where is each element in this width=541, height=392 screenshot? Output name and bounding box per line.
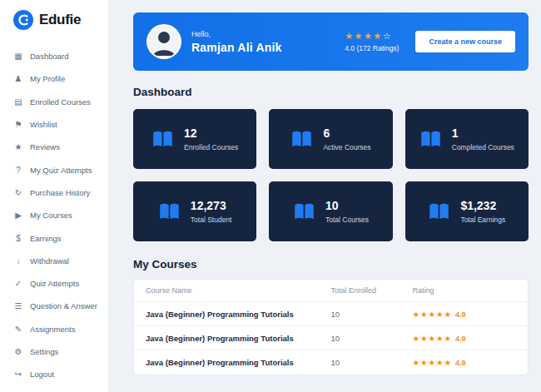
col-course-name: Course Name [146, 286, 331, 295]
stat-card-enrolled-courses: 12 Enrolled Courses [133, 109, 256, 169]
star-icon: ★ [13, 142, 23, 151]
sidebar-item-label: Reviews [30, 142, 60, 151]
sidebar-item-my-profile[interactable]: ♟ My Profile [13, 67, 102, 90]
stat-label: Active Courses [323, 143, 370, 151]
rating-score: 4.9 [455, 359, 466, 367]
sidebar-item-settings[interactable]: ⚙ Settings [13, 340, 102, 363]
stat-label: Total Student [191, 216, 232, 224]
sidebar-item-label: Enrolled Courses [30, 97, 91, 107]
sidebar-item-purchase-history[interactable]: ↻ Purchase History [13, 181, 102, 204]
col-total-enrolled: Total Enrolled [331, 286, 413, 295]
sidebar-item-question-answer[interactable]: ☰ Question & Answer [13, 295, 102, 317]
stat-label: Completed Courses [452, 143, 514, 151]
table-row[interactable]: Java (Beginner) Programming Tutorials 10… [134, 326, 528, 350]
welcome-banner: Hello, Ramjan Ali Anik ★★★★☆ 4.0 (172 Ra… [133, 12, 529, 71]
stat-card-completed-courses: 1 Completed Courses [405, 109, 529, 169]
user-icon: ♟ [13, 74, 23, 83]
avatar [146, 24, 181, 59]
sidebar-item-label: Logout [30, 370, 54, 379]
open-book-icon [428, 202, 450, 221]
sidebar-item-label: Assignments [30, 325, 75, 334]
course-name: Java (Beginner) Programming Tutorials [146, 310, 331, 319]
open-book-icon [158, 202, 181, 221]
course-enrolled: 10 [331, 358, 413, 367]
sidebar-item-label: Quiz Attempts [30, 279, 79, 288]
check-icon: ✓ [13, 279, 23, 288]
greeting-block: Hello, Ramjan Ali Anik [191, 30, 282, 54]
sidebar-item-wishlist[interactable]: ⚑ Wishlist [13, 113, 102, 136]
logout-icon: ↪ [13, 370, 23, 379]
sidebar-item-quiz-attempts[interactable]: ✓ Quiz Attempts [13, 272, 102, 295]
star-filled-icons: ★★★★★ [412, 334, 452, 343]
sidebar-item-label: My Courses [30, 211, 72, 220]
stat-value: 12,273 [191, 199, 232, 212]
instructor-rating: ★★★★☆ 4.0 (172 Ratings) [345, 32, 399, 52]
my-courses-title: My Courses [133, 258, 529, 270]
col-rating: Rating [412, 286, 516, 295]
course-rating: ★★★★★4.9 [412, 334, 516, 343]
greeting-text: Hello, [191, 30, 282, 38]
stat-card-total-earnings: $1,232 Total Earnings [405, 181, 529, 241]
sidebar-item-label: Dashboard [30, 52, 68, 61]
stat-value: 6 [323, 127, 370, 140]
sidebar-item-label: Settings [30, 347, 58, 356]
chat-icon: ☰ [13, 301, 23, 310]
rating-score: 4.9 [455, 310, 466, 319]
stat-card-total-student: 12,273 Total Student [133, 181, 256, 241]
create-course-button[interactable]: Create a new course [415, 31, 515, 52]
rating-stars: ★★★★☆ [345, 32, 399, 41]
main-content: Hello, Ramjan Ali Anik ★★★★☆ 4.0 (172 Ra… [109, 0, 541, 392]
question-icon: ? [13, 166, 23, 175]
rating-score: 4.9 [455, 335, 466, 343]
book-icon: ▤ [13, 97, 23, 107]
gear-icon: ⚙ [13, 347, 23, 356]
open-book-icon [293, 202, 315, 221]
stat-label: Total Earnings [460, 216, 505, 224]
course-name: Java (Beginner) Programming Tutorials [146, 358, 331, 367]
dollar-icon: $ [13, 234, 23, 243]
sidebar-item-earnings[interactable]: $ Earnings [13, 226, 102, 249]
stat-card-active-courses: 6 Active Courses [269, 109, 392, 169]
stat-value: 12 [184, 127, 238, 140]
course-rating: ★★★★★4.9 [412, 358, 516, 367]
course-rating: ★★★★★4.9 [412, 310, 516, 319]
sidebar-item-label: Wishlist [30, 120, 57, 129]
rating-text: 4.0 (172 Ratings) [345, 44, 399, 52]
stat-value: 1 [452, 127, 514, 140]
dashboard-icon: ▦ [13, 52, 23, 61]
edufie-logo-icon [13, 10, 33, 30]
open-book-icon [419, 130, 442, 149]
sidebar-item-label: Withdrawal [30, 256, 69, 265]
sidebar-item-assignments[interactable]: ✎ Assignments [13, 318, 102, 340]
sidebar-item-enrolled-courses[interactable]: ▤ Enrolled Courses [13, 91, 102, 113]
sidebar-item-label: Earnings [30, 234, 62, 243]
open-book-icon [290, 130, 313, 149]
dashboard-title: Dashboard [133, 86, 529, 98]
star-empty-icon: ☆ [383, 31, 392, 41]
sidebar-item-withdrawal[interactable]: ↓ Withdrawal [13, 250, 102, 272]
course-enrolled: 10 [331, 310, 413, 319]
table-row[interactable]: Java (Beginner) Programming Tutorials 10… [134, 350, 528, 375]
table-header: Course Name Total Enrolled Rating [134, 280, 528, 302]
stat-card-total-courses: 10 Total Courses [269, 181, 392, 241]
stat-value: $1,232 [460, 199, 505, 212]
star-filled-icons: ★★★★★ [412, 310, 452, 319]
logo[interactable]: Edufie [13, 10, 102, 30]
sidebar-item-label: My Profile [30, 74, 65, 83]
course-enrolled: 10 [331, 334, 413, 343]
sidebar-item-label: Purchase History [30, 188, 90, 197]
stat-value: 10 [325, 199, 369, 212]
sidebar-item-reviews[interactable]: ★ Reviews [13, 136, 102, 158]
sidebar-item-dashboard[interactable]: ▦ Dashboard [13, 45, 102, 67]
sidebar-item-my-courses[interactable]: ▶ My Courses [13, 204, 102, 226]
star-filled-icons: ★★★★★ [412, 358, 452, 367]
table-row[interactable]: Java (Beginner) Programming Tutorials 10… [134, 302, 528, 326]
open-book-icon [151, 130, 174, 149]
sidebar-item-my-quiz-attempts[interactable]: ? My Quiz Attempts [13, 158, 102, 181]
courses-table: Course Name Total Enrolled Rating Java (… [133, 279, 529, 375]
user-name: Ramjan Ali Anik [191, 41, 282, 54]
sidebar-item-logout[interactable]: ↪ Logout [13, 363, 102, 385]
sidebar-item-label: My Quiz Attempts [30, 166, 92, 175]
withdraw-icon: ↓ [13, 256, 23, 265]
star-filled-icons: ★★★★ [345, 31, 382, 41]
